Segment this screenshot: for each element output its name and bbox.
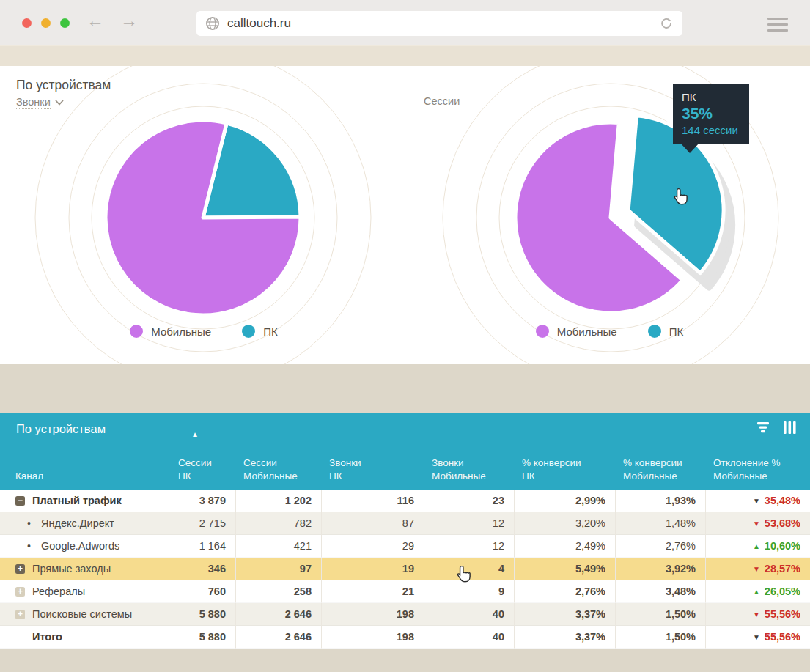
cell-value: 1,50% [666,631,696,643]
column-header-7[interactable]: Отклонение %Мобильные [705,447,810,490]
legend-label: ПК [669,325,684,338]
devices-table: По устройствам Канал▲СессииПКСессииМобил… [0,413,810,649]
refresh-icon[interactable] [659,16,674,31]
expand-row-icon[interactable]: + [15,587,25,597]
cell-value: 1,48% [666,517,696,529]
legend-dot [648,325,661,338]
deviation-cell: ▼53,68% [705,512,810,535]
filter-icon[interactable] [756,421,770,434]
sessions-chart-label: Сессии [424,95,460,107]
expand-row-icon[interactable]: + [15,564,25,574]
calls-legend: МобильныеПК [0,325,408,338]
cell-value: 5 880 [199,608,226,620]
bullet-icon: • [24,540,34,552]
cell-value: 2 646 [285,608,312,620]
table-row[interactable]: +Прямые заходы346971945,49%3,92%▼28,57% [0,558,810,580]
back-arrow-icon[interactable]: ← [86,10,104,31]
bullet-icon: • [24,517,34,529]
cell-value: 3 879 [199,495,226,506]
cell-value: 21 [402,586,414,597]
cell-value: 782 [294,517,312,529]
cell-value: 5 880 [199,631,226,643]
cell-value: 3,92% [666,563,696,575]
cell-value: 116 [397,495,414,506]
cell-value: 5,49% [575,563,605,575]
table-row[interactable]: +Рефералы7602582192,76%3,48%▲26,05% [0,580,810,603]
cell-value: 2,76% [666,540,696,552]
cell-value: 40 [493,608,504,620]
legend-dot [536,325,549,338]
chevron-down-icon [55,100,64,106]
cell-value: 1,93% [666,495,696,506]
cell-value: 2,99% [575,495,605,506]
table-row[interactable]: •Google.Adwords1 16442129122,49%2,76%▲10… [0,535,810,558]
cell-value: 3,48% [666,586,696,597]
cell-value: 198 [397,608,414,620]
tooltip-title: ПК [682,91,740,103]
metric-dropdown[interactable]: Звонки [16,96,64,109]
top-spacer [0,46,810,66]
cell-value: 4 [498,563,504,575]
table-row[interactable]: +Поисковые системы5 8802 646198403,37%1,… [0,603,810,626]
legend-item-pc[interactable]: ПК [242,325,278,338]
deviation-cell: ▼55,56% [705,603,810,626]
column-header-3[interactable]: ЗвонкиПК [321,447,424,490]
deviation-value: 26,05% [765,586,800,597]
deviation-value: 53,68% [765,517,800,529]
row-label: Яндекс.Директ [41,517,114,529]
cell-value: 2,76% [575,586,605,597]
table-row[interactable]: Итого5 8802 646198403,37%1,50%▼55,56% [0,626,810,649]
address-bar[interactable]: calltouch.ru [196,11,682,36]
deviation-value: 10,60% [765,540,800,552]
calls-pie-chart: По устройствам Звонки МобильныеПК [0,66,408,364]
deviation-value: 28,57% [765,563,800,575]
url-text[interactable]: calltouch.ru [227,16,659,31]
pie-tooltip: ПК 35% 144 сессии [673,84,749,144]
hand-cursor-icon [671,187,691,207]
expand-row-icon[interactable]: + [15,610,25,619]
maximize-window-button[interactable] [60,18,70,28]
table-row[interactable]: •Яндекс.Директ2 71578287123,20%1,48%▼53,… [0,512,810,535]
legend-item-mobile[interactable]: Мобильные [536,325,617,338]
table-row[interactable]: −Платный трафик3 8791 202116232,99%1,93%… [0,490,810,512]
legend-item-pc[interactable]: ПК [648,325,684,338]
forward-arrow-icon[interactable]: → [120,10,138,31]
calls-pie-svg[interactable] [0,66,408,364]
deviation-cell: ▼35,48% [705,490,810,512]
column-header-5[interactable]: % конверсииПК [514,447,615,490]
triangle-down-icon: ▼ [753,565,760,573]
column-header-2[interactable]: СессииМобильные [235,447,321,490]
column-header-0[interactable]: Канал [0,447,170,490]
collapse-row-icon[interactable]: − [15,496,25,506]
row-label: Рефералы [32,586,85,597]
column-header-4[interactable]: ЗвонкиМобильные [424,447,514,490]
triangle-up-icon: ▲ [753,588,760,596]
cell-value: 9 [498,586,504,597]
cell-value: 29 [402,540,414,552]
sort-asc-icon: ▲ [191,429,199,439]
columns-icon[interactable] [783,421,797,434]
cell-value: 40 [493,631,504,643]
deviation-value: 55,56% [765,631,800,643]
browser-chrome: ← → calltouch.ru [0,0,810,45]
hand-cursor-icon [454,564,474,584]
legend-item-mobile[interactable]: Мобильные [130,325,211,338]
deviation-cell: ▼55,56% [705,626,810,649]
close-window-button[interactable] [22,18,32,28]
sessions-pie-svg[interactable] [409,66,810,364]
cell-value: 3,37% [575,608,605,620]
cell-value: 258 [294,586,312,597]
cell-value: 87 [402,517,414,529]
menu-icon[interactable] [767,18,788,35]
metric-dropdown-label: Звонки [16,96,51,109]
column-header-1[interactable]: ▲СессииПК [170,447,235,490]
minimize-window-button[interactable] [41,18,51,28]
devices-charts-panel: По устройствам Звонки МобильныеПК Сессии… [0,66,810,364]
cell-value: 3,37% [575,631,605,643]
app-window: ← → calltouch.ru По устройствам Звонки [0,0,810,672]
column-header-6[interactable]: % конверсииМобильные [615,447,705,490]
row-label: Итого [32,631,62,643]
cell-value: 346 [208,563,226,575]
sessions-pie-chart: Сессии МобильныеПК ПК 35% 144 сессии [409,66,810,364]
cell-value: 2,49% [575,540,605,552]
